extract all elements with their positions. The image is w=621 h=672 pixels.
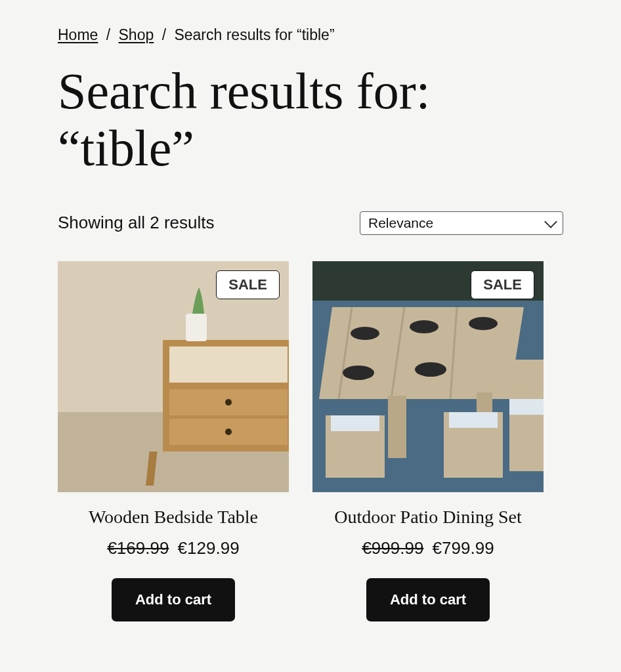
product-grid: SALE Wooden Bedside Table €169.99 €129.9…: [58, 261, 563, 621]
svg-rect-29: [509, 399, 544, 415]
product-card[interactable]: SALE Outdoor Patio Dining Set €999.99 €7…: [312, 261, 544, 621]
sale-price: €129.99: [178, 538, 240, 558]
breadcrumb: Home / Shop / Search results for “tible”: [58, 26, 563, 44]
svg-rect-28: [509, 360, 544, 471]
breadcrumb-sep: /: [158, 26, 170, 43]
breadcrumb-home[interactable]: Home: [58, 26, 98, 43]
results-toolbar: Showing all 2 results Relevance: [58, 211, 563, 235]
product-price: €169.99 €129.99: [58, 538, 289, 558]
breadcrumb-current: Search results for “tible”: [174, 26, 334, 43]
product-price: €999.99 €799.99: [312, 538, 544, 558]
add-to-cart-button[interactable]: Add to cart: [366, 578, 490, 621]
product-name[interactable]: Wooden Bedside Table: [58, 507, 289, 528]
svg-rect-27: [449, 412, 498, 428]
sale-badge: SALE: [216, 270, 280, 299]
sale-badge: SALE: [471, 270, 534, 299]
page-title: Search results for: “tible”: [58, 62, 563, 177]
breadcrumb-sep: /: [102, 26, 114, 43]
svg-point-19: [469, 317, 498, 330]
svg-rect-22: [388, 396, 406, 458]
sort-select[interactable]: Relevance: [360, 211, 563, 235]
svg-point-21: [415, 362, 446, 377]
svg-rect-25: [331, 415, 379, 431]
result-count: Showing all 2 results: [58, 213, 214, 233]
add-to-cart-button[interactable]: Add to cart: [112, 578, 235, 621]
sort-wrap: Relevance: [360, 211, 563, 235]
svg-rect-3: [169, 346, 288, 383]
product-card[interactable]: SALE Wooden Bedside Table €169.99 €129.9…: [58, 261, 289, 621]
svg-point-6: [225, 399, 232, 406]
original-price: €999.99: [362, 538, 423, 558]
svg-point-20: [343, 366, 374, 380]
svg-point-7: [225, 429, 232, 435]
product-name[interactable]: Outdoor Patio Dining Set: [312, 507, 544, 528]
sale-price: €799.99: [433, 538, 494, 558]
original-price: €169.99: [107, 538, 169, 558]
svg-rect-10: [186, 314, 207, 341]
breadcrumb-shop[interactable]: Shop: [119, 26, 154, 43]
svg-point-18: [410, 320, 439, 333]
svg-point-17: [351, 327, 379, 340]
